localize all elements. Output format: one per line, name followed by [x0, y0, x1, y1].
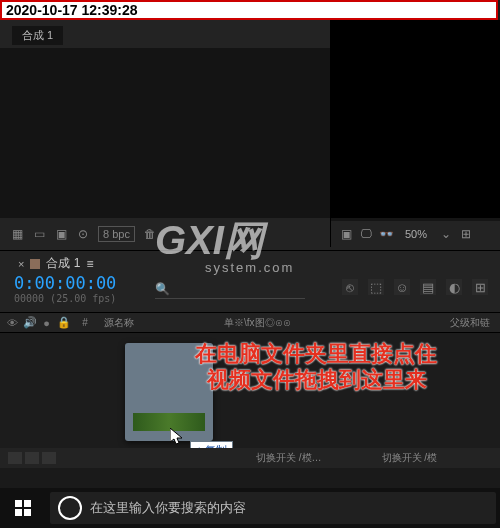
settings-icon[interactable]: ⊙ — [76, 227, 90, 241]
project-panel: 合成 1 ▦ ▭ ▣ ⊙ 8 bpc 🗑 — [0, 20, 330, 247]
taskbar-search[interactable]: 在这里输入你要搜索的内容 — [50, 492, 496, 524]
windows-icon — [15, 500, 31, 516]
fullres-icon[interactable]: ⊞ — [459, 227, 473, 241]
audio-toggle-icon[interactable]: 🔊 — [23, 316, 36, 329]
column-number[interactable]: # — [70, 317, 100, 328]
composition-viewer: ▣ 🖵 👓 50% ⌄ ⊞ — [330, 20, 500, 247]
thumbnail-preview — [133, 413, 205, 431]
cortana-icon — [58, 496, 82, 520]
svg-rect-0 — [15, 500, 22, 507]
windows-taskbar: 在这里输入你要搜索的内容 — [0, 488, 500, 528]
interpret-footage-icon[interactable]: ▦ — [10, 227, 24, 241]
project-tab[interactable]: 合成 1 — [12, 26, 63, 45]
upper-panels: 合成 1 ▦ ▭ ▣ ⊙ 8 bpc 🗑 ▣ 🖵 👓 50% ⌄ ⊞ — [0, 20, 500, 250]
instruction-line1: 在电脑文件夹里直接点住 — [195, 341, 437, 367]
timeline-tab[interactable]: × 合成 1 ≡ — [18, 255, 93, 272]
timeline-panel: × 合成 1 ≡ 0:00:00:00 00000 (25.00 fps) 🔍 … — [0, 250, 500, 468]
column-source-name[interactable]: 源名称 — [100, 316, 220, 330]
tool-draft3d-icon[interactable]: ⬚ — [368, 279, 384, 295]
tool-shy-icon[interactable]: ☺ — [394, 279, 410, 295]
start-button[interactable] — [0, 488, 46, 528]
tool-comp-flowchart-icon[interactable]: ⎋ — [342, 279, 358, 295]
zoom-level[interactable]: 50% — [399, 226, 433, 242]
viewer-canvas[interactable] — [331, 20, 500, 218]
project-bin[interactable] — [0, 48, 330, 218]
instruction-annotation: 在电脑文件夹里直接点住 视频文件拖拽到这里来 — [195, 341, 437, 394]
fps-label: 00000 (25.00 fps) — [14, 293, 116, 304]
tool-graph-icon[interactable]: ⊞ — [472, 279, 488, 295]
bpc-button[interactable]: 8 bpc — [98, 226, 135, 242]
svg-rect-3 — [24, 509, 31, 516]
tool-frame-blend-icon[interactable]: ▤ — [420, 279, 436, 295]
tab-menu-icon[interactable]: ≡ — [86, 257, 93, 271]
toggle-switches-label-2[interactable]: 切换开关 /模 — [322, 451, 438, 465]
video-toggle-icon[interactable]: 👁 — [6, 316, 19, 329]
timeline-column-headers: 👁 🔊 ● 🔒 # 源名称 单※\fx图◎⊙⊙ 父级和链 — [0, 313, 500, 333]
timeline-header: × 合成 1 ≡ 0:00:00:00 00000 (25.00 fps) 🔍 … — [0, 251, 500, 313]
instruction-line2: 视频文件拖拽到这里来 — [195, 367, 437, 393]
timeline-search[interactable]: 🔍 — [155, 279, 305, 299]
mask-icon[interactable]: 👓 — [379, 227, 393, 241]
new-comp-icon[interactable]: ▣ — [54, 227, 68, 241]
trash-icon[interactable]: 🗑 — [143, 227, 157, 241]
zoom-dropdown-icon[interactable]: ⌄ — [439, 227, 453, 241]
cursor-icon — [170, 428, 184, 446]
column-switches[interactable]: 单※\fx图◎⊙⊙ — [220, 316, 450, 330]
project-footer: ▦ ▭ ▣ ⊙ 8 bpc 🗑 — [0, 221, 330, 247]
toggle-switches-label[interactable]: 切换开关 /模… — [56, 451, 322, 465]
zoom-toggles[interactable] — [0, 452, 56, 464]
timeline-tab-label: 合成 1 — [46, 255, 80, 272]
tool-motion-blur-icon[interactable]: ◐ — [446, 279, 462, 295]
column-parent[interactable]: 父级和链 — [450, 316, 500, 330]
close-tab-icon[interactable]: × — [18, 258, 24, 270]
composition-icon — [30, 259, 40, 269]
solo-toggle-icon[interactable]: ● — [40, 316, 53, 329]
svg-rect-2 — [15, 509, 22, 516]
svg-rect-1 — [24, 500, 31, 507]
timeline-tools: ⎋ ⬚ ☺ ▤ ◐ ⊞ — [342, 279, 488, 295]
taskbar-search-placeholder: 在这里输入你要搜索的内容 — [90, 499, 246, 517]
viewer-mode-icon[interactable]: ▣ — [339, 227, 353, 241]
av-toggle-headers: 👁 🔊 ● 🔒 — [0, 316, 70, 329]
timestamp-overlay: 2020-10-17 12:39:28 — [0, 0, 498, 20]
current-timecode[interactable]: 0:00:00:00 — [14, 273, 116, 293]
search-icon: 🔍 — [155, 282, 170, 296]
gpu-icon[interactable]: 🖵 — [359, 227, 373, 241]
timeline-footer: 切换开关 /模… 切换开关 /模 — [0, 448, 500, 468]
lock-toggle-icon[interactable]: 🔒 — [57, 316, 70, 329]
new-folder-icon[interactable]: ▭ — [32, 227, 46, 241]
timeline-layer-area[interactable]: 在电脑文件夹里直接点住 视频文件拖拽到这里来 + 复制 — [0, 333, 500, 448]
viewer-footer: ▣ 🖵 👓 50% ⌄ ⊞ — [331, 221, 500, 247]
